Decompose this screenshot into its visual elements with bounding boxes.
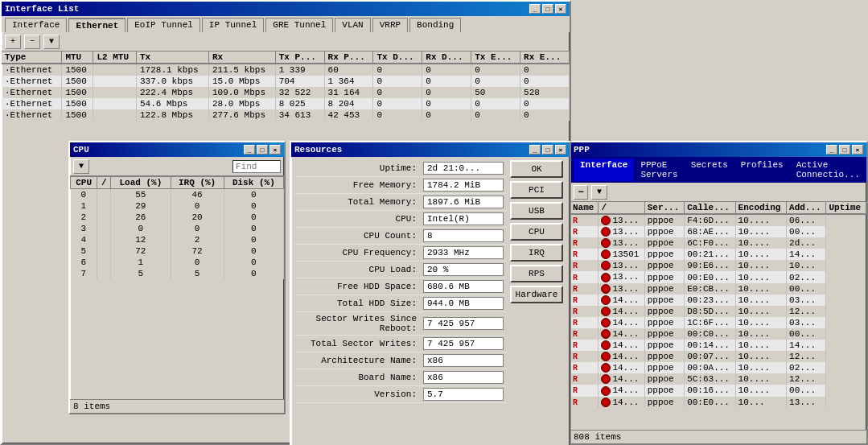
ppp-table-row[interactable]: R14...pppoe1C:6F...10....03... (570, 317, 866, 328)
ppp-table-row[interactable]: R14...pppoe00:E0...10...13... (570, 397, 866, 408)
ppp-table-row[interactable]: R14...pppoeD8:5D...10....12... (570, 306, 866, 317)
resource-value-0: 2d 21:0... (423, 162, 504, 175)
ppp-table-row[interactable]: R14...pppoe00:C0...10....00... (570, 328, 866, 340)
res-maximize-button[interactable]: □ (542, 145, 553, 155)
pci-button[interactable]: PCI (510, 181, 563, 199)
table-row[interactable]: ·Ethernet150054.6 Mbps28.0 Mbps8 0258 20… (2, 98, 570, 109)
cpu-col-Disk: Disk (%) (224, 177, 283, 189)
cpu-window: CPU _ □ × ▼ CPU/Load (%)IRQ (%)Disk (%)0… (68, 141, 286, 414)
resource-label-10: Total Sector Writes: (298, 339, 423, 348)
ppp-minimize-button[interactable]: _ (826, 145, 837, 155)
ppp-table-row[interactable]: R13...pppoe90:E6...10....10... (570, 260, 866, 271)
table-row[interactable]: ·Ethernet1500122.8 Mbps277.6 Mbps34 6134… (2, 109, 570, 121)
ppp-table-row[interactable]: R14...pppoe00:16...10....00... (570, 385, 866, 396)
cpu-cell-2-0: 2 (71, 212, 97, 223)
ppp-table-row[interactable]: R13...pppoeF4:6D...10....06... (570, 214, 866, 226)
res-close-button[interactable]: × (555, 145, 566, 155)
tab-vlan[interactable]: VLAN (335, 18, 370, 32)
ppp-cell-16-2: pppoe (644, 397, 684, 408)
cpu-table-row[interactable]: 7550 (71, 268, 284, 279)
maximize-button[interactable]: □ (542, 4, 553, 14)
cpu-table-row[interactable]: 6100 (71, 257, 284, 268)
ppp-filter-icon: ▼ (597, 187, 602, 196)
ppp-cell-2-5: 2d... (787, 237, 826, 249)
rps-button[interactable]: RPS (510, 265, 563, 282)
cpu-table-row[interactable]: 226200 (71, 212, 284, 223)
cpu-find-input[interactable] (232, 160, 281, 173)
ppp-filter-btn[interactable]: ▼ (591, 185, 607, 200)
cpu-cell-5-2: 72 (111, 245, 171, 257)
cpu-table-row[interactable]: 3000 (71, 223, 284, 234)
filter-button[interactable]: ▼ (43, 35, 60, 49)
table-row[interactable]: ·Ethernet1500222.4 Mbps109.0 Mbps32 5223… (2, 87, 570, 98)
cpu-table-row[interactable]: 12900 (71, 200, 284, 212)
ppp-table-row[interactable]: R13...pppoeE0:CB...10....00... (570, 283, 866, 295)
cpu-table-row[interactable]: 055460 (71, 189, 284, 201)
ppp-tab-active-connectio...[interactable]: Active Connectio... (790, 159, 866, 181)
ppp-tab-pppoe-servers[interactable]: PPPoE Servers (634, 159, 684, 181)
ok-button[interactable]: OK (510, 160, 563, 178)
ppp-table-row[interactable]: R14...pppoe00:0A...10....02... (570, 362, 866, 373)
cpu-table-row[interactable]: 572720 (71, 245, 284, 257)
tab-vrrp[interactable]: VRRP (372, 18, 408, 32)
ppp-table-row[interactable]: R14...pppoe00:23...10....03... (570, 295, 866, 306)
irq-button[interactable]: IRQ (510, 244, 563, 262)
ppp-maximize-button[interactable]: □ (839, 145, 850, 155)
cpu-cell-4-2: 12 (111, 234, 171, 245)
hardware-button[interactable]: Hardware (510, 286, 563, 303)
res-minimize-button[interactable]: _ (529, 145, 541, 155)
cell-0-4: 211.5 kbps (208, 64, 275, 76)
ppp-table-row[interactable]: R13...pppoe68:AE...10....00... (570, 226, 866, 237)
ppp-table-row[interactable]: R14...pppoe00:07...10....12... (570, 351, 866, 362)
ppp-cell-9-0: R (570, 317, 599, 328)
cpu-cell-4-3: 2 (171, 234, 224, 245)
tab-interface[interactable]: Interface (5, 18, 67, 32)
ppp-tab-profiles[interactable]: Profiles (734, 159, 790, 181)
cpu-close-button[interactable]: × (269, 145, 281, 155)
cpu-cell-0-1 (97, 189, 111, 201)
ppp-col-Ser...: Ser... (644, 202, 684, 214)
table-row[interactable]: ·Ethernet15001728.1 kbps211.5 kbps1 3396… (2, 64, 570, 76)
minimize-button[interactable]: _ (529, 4, 541, 14)
col-type: Type (2, 52, 62, 64)
ppp-cell-8-2: pppoe (644, 306, 684, 317)
cpu-minimize-button[interactable]: _ (244, 145, 255, 155)
ppp-table-row[interactable]: R13501pppoe00:21...10....14... (570, 249, 866, 260)
ppp-window-title: PPP (574, 145, 590, 155)
tab-gre-tunnel[interactable]: GRE Tunnel (265, 18, 333, 32)
ppp-cell-10-1: 14... (599, 328, 644, 340)
table-row[interactable]: ·Ethernet1500337.0 kbps15.0 Mbps7041 364… (2, 76, 570, 87)
cell-3-10: 0 (520, 98, 570, 109)
close-button[interactable]: × (555, 4, 566, 14)
cpu-button[interactable]: CPU (510, 223, 563, 241)
ppp-cell-8-3: D8:5D... (685, 306, 735, 317)
ppp-table-row[interactable]: R13...pppoe00:E0...10....02... (570, 271, 866, 282)
ppp-cell-14-2: pppoe (644, 373, 684, 385)
ppp-cell-5-3: 00:E0... (685, 271, 735, 282)
cell-2-3: 222.4 Mbps (136, 87, 208, 98)
ppp-cell-5-0: R (570, 271, 599, 282)
ppp-close-button[interactable]: × (852, 145, 863, 155)
add-button[interactable]: + (5, 35, 21, 49)
ppp-col-Add...: Add... (787, 202, 826, 214)
cpu-maximize-button[interactable]: □ (257, 145, 268, 155)
tab-bonding[interactable]: Bonding (409, 18, 461, 32)
ppp-table-row[interactable]: R13...pppoe6C:F0...10....2d... (570, 237, 866, 249)
cell-0-7: 0 (373, 64, 422, 76)
ppp-table-row[interactable]: R14...pppoe5C:63...10....12... (570, 373, 866, 385)
remove-button[interactable]: − (24, 35, 40, 49)
tab-ip-tunnel[interactable]: IP Tunnel (202, 18, 264, 32)
cell-2-1: 1500 (62, 87, 93, 98)
cpu-table-row[interactable]: 41220 (71, 234, 284, 245)
ppp-table-row[interactable]: R14...pppoe00:14...10....14... (570, 340, 866, 351)
ppp-remove-btn[interactable]: − (574, 185, 588, 200)
cpu-filter-btn[interactable]: ▼ (73, 159, 89, 174)
cpu-cell-1-2: 29 (111, 200, 171, 212)
usb-button[interactable]: USB (510, 202, 563, 220)
tab-eoip-tunnel[interactable]: EoIP Tunnel (127, 18, 200, 32)
ppp-cell-6-1: 13... (599, 283, 644, 295)
ppp-tab-interface[interactable]: Interface (574, 159, 634, 181)
resource-label-6: CPU Load: (298, 265, 423, 274)
ppp-tab-secrets[interactable]: Secrets (685, 159, 734, 181)
tab-ethernet[interactable]: Ethernet (68, 18, 125, 32)
